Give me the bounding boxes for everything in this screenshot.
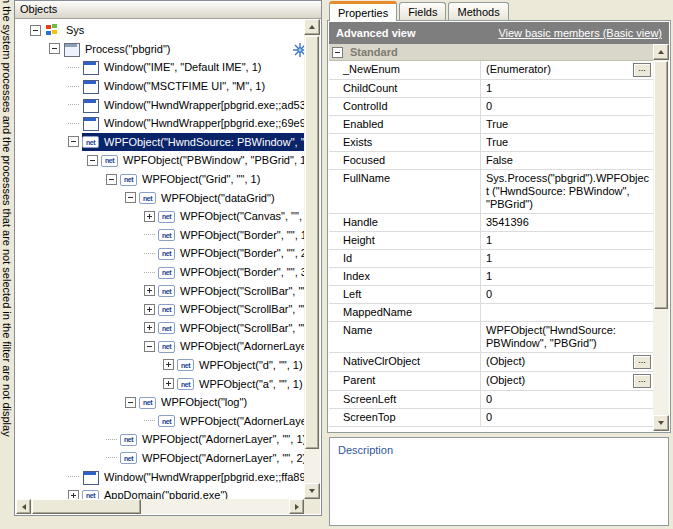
collapse-toggle-icon[interactable] <box>106 174 117 185</box>
expand-toggle-icon[interactable] <box>163 378 174 389</box>
collapse-toggle-icon[interactable] <box>87 155 98 166</box>
property-row[interactable]: NameWPFObject("HwndSource: PBWindow", "P… <box>329 322 653 353</box>
expand-toggle-icon[interactable] <box>144 304 155 315</box>
collapse-toggle-icon[interactable] <box>125 397 136 408</box>
tree-node[interactable]: Sys <box>16 21 304 40</box>
tree-node[interactable]: netAppDomain("pbgrid.exe") <box>16 486 304 499</box>
property-value: 1 <box>481 268 653 285</box>
tree-connector <box>144 272 155 273</box>
property-row[interactable]: Parent(Object)... <box>329 372 653 391</box>
scroll-right-button[interactable] <box>289 499 304 514</box>
property-row[interactable]: ChildCount1 <box>329 80 653 98</box>
scroll-up-button[interactable] <box>653 44 669 60</box>
property-row[interactable]: ScreenTop0 <box>329 409 653 427</box>
property-row[interactable]: Handle3541396 <box>329 214 653 232</box>
property-row[interactable]: MappedName <box>329 304 653 322</box>
expand-toggle-icon[interactable] <box>144 285 155 296</box>
property-value: False <box>481 152 653 169</box>
ellipsis-button[interactable]: ... <box>633 355 651 369</box>
tab-methods[interactable]: Methods <box>448 2 508 20</box>
tree-node[interactable]: netWPFObject("HwndSource: PBWindow", "PB… <box>16 133 304 152</box>
tree-node[interactable]: netWPFObject("AdornerLayer", "", 1) <box>16 430 304 449</box>
tree-node[interactable]: netWPFObject("Border", "", 1) <box>16 226 304 245</box>
property-value: 1 <box>481 250 653 267</box>
expand-toggle-icon[interactable] <box>144 211 155 222</box>
arrow-down-icon <box>658 421 664 425</box>
property-name: Id <box>329 250 481 267</box>
tree-node[interactable]: netWPFObject("Canvas", "", 1) <box>16 207 304 226</box>
tree-node-body: Process("pbgrid") <box>63 40 304 59</box>
ellipsis-button[interactable]: ... <box>633 374 651 388</box>
collapse-toggle-icon[interactable] <box>332 47 343 58</box>
collapse-toggle-icon[interactable] <box>68 136 79 147</box>
property-name: Parent <box>329 372 481 390</box>
window-icon <box>82 116 99 130</box>
scroll-down-button[interactable] <box>304 483 320 499</box>
property-row[interactable]: Index1 <box>329 268 653 286</box>
tree-node[interactable]: netWPFObject("a", "", 1) <box>16 374 304 393</box>
expand-toggle-icon[interactable] <box>68 490 79 499</box>
tree-node[interactable]: netWPFObject("AdornerLayer", "", 1) <box>16 337 304 356</box>
property-group-standard[interactable]: Standard <box>329 44 653 61</box>
tree-node[interactable]: netWPFObject("d", "", 1) <box>16 356 304 375</box>
collapse-toggle-icon[interactable] <box>49 43 60 54</box>
property-row[interactable]: ScreenLeft0 <box>329 391 653 409</box>
property-row[interactable]: NativeClrObject(Object)... <box>329 353 653 372</box>
tree-node[interactable]: netWPFObject("ScrollBar", "", 2) <box>16 300 304 319</box>
property-row[interactable]: EnabledTrue <box>329 116 653 134</box>
tree-node[interactable]: netWPFObject("PBWindow", "PBGrid", 1) <box>16 151 304 170</box>
tab-fields[interactable]: Fields <box>399 2 446 20</box>
expand-toggle-icon[interactable] <box>144 322 155 333</box>
tree-node[interactable]: netWPFObject("AdornerLayer", "", 1) <box>16 411 304 430</box>
tree-node[interactable]: Window("HwndWrapper[pbgrid.exe;;ffa890 <box>16 467 304 486</box>
tree-node[interactable]: netWPFObject("Border", "", 2) <box>16 244 304 263</box>
scroll-up-button[interactable] <box>304 19 320 35</box>
scrollbar-thumb[interactable] <box>305 36 319 449</box>
tree-node-body: netWPFObject("Border", "", 3) <box>158 263 304 282</box>
expand-toggle-icon[interactable] <box>163 359 174 370</box>
net-icon: net <box>158 304 175 316</box>
tree-node-label: WPFObject("ScrollBar", "", 1) <box>178 285 304 297</box>
collapse-toggle-icon[interactable] <box>125 192 136 203</box>
property-row[interactable]: FullNameSys.Process("pbgrid").WPFObject … <box>329 170 653 214</box>
collapse-toggle-icon[interactable] <box>144 341 155 352</box>
tree-vertical-scrollbar[interactable] <box>304 19 320 499</box>
arrow-down-icon <box>309 489 315 493</box>
property-row[interactable]: ControlId0 <box>329 98 653 116</box>
scroll-down-button[interactable] <box>653 415 669 431</box>
tree-horizontal-scrollbar[interactable] <box>16 499 304 514</box>
tree-node-body: Window("MSCTFIME UI", "M", 1) <box>82 77 304 96</box>
tree-node[interactable]: Window("HwndWrapper[pbgrid.exe;;69e90 <box>16 114 304 133</box>
tree-node-body: Sys <box>44 21 304 40</box>
tab-properties[interactable]: Properties <box>329 1 397 21</box>
tree-node[interactable]: Process("pbgrid") <box>16 40 304 59</box>
property-row[interactable]: FocusedFalse <box>329 152 653 170</box>
tree-node[interactable]: netWPFObject("Border", "", 3) <box>16 263 304 282</box>
tree-node[interactable]: Window("IME", "Default IME", 1) <box>16 58 304 77</box>
tree-node[interactable]: netWPFObject("ScrollBar", "", 3) <box>16 319 304 338</box>
tree-node[interactable]: Window("MSCTFIME UI", "M", 1) <box>16 77 304 96</box>
scrollbar-thumb[interactable] <box>32 499 141 514</box>
property-name: Exists <box>329 134 481 151</box>
property-row[interactable]: Left0 <box>329 286 653 304</box>
tree-node[interactable]: netWPFObject("ScrollBar", "", 1) <box>16 281 304 300</box>
collapse-toggle-icon[interactable] <box>30 25 41 36</box>
tree-node[interactable]: Window("HwndWrapper[pbgrid.exe;;ad53e <box>16 95 304 114</box>
property-row[interactable]: Id1 <box>329 250 653 268</box>
scrollbar-thumb[interactable] <box>654 61 668 309</box>
basic-view-link[interactable]: View basic members (Basic view) <box>498 27 662 39</box>
property-row[interactable]: ExistsTrue <box>329 134 653 152</box>
property-row[interactable]: _NewEnum(Enumerator)... <box>329 61 653 80</box>
tree-node[interactable]: netWPFObject("Grid", "", 1) <box>16 170 304 189</box>
scroll-left-button[interactable] <box>16 499 31 514</box>
properties-vertical-scrollbar[interactable] <box>653 44 669 431</box>
appdomain-icon: net <box>82 490 99 499</box>
description-panel: Description <box>329 437 669 526</box>
tree-connector <box>144 253 155 254</box>
tree-node[interactable]: netWPFObject("AdornerLayer", "", 2) <box>16 449 304 468</box>
tree-node[interactable]: netWPFObject("dataGrid") <box>16 188 304 207</box>
ellipsis-button[interactable]: ... <box>633 63 651 77</box>
net-icon: net <box>120 434 137 446</box>
tree-node[interactable]: netWPFObject("log") <box>16 393 304 412</box>
property-row[interactable]: Height1 <box>329 232 653 250</box>
